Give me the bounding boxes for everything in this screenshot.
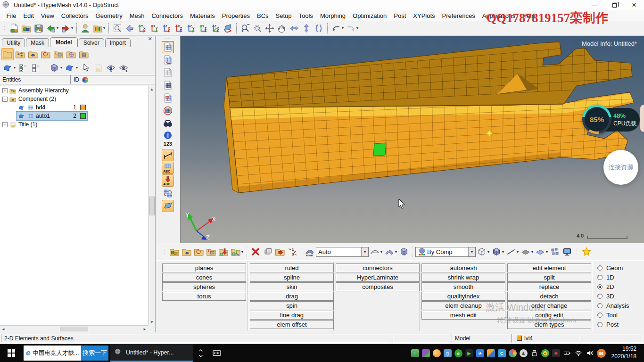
tray-transfer-icon[interactable]: C bbox=[498, 349, 506, 357]
chevron-up-icon[interactable] bbox=[198, 347, 204, 353]
panel-button[interactable]: automesh bbox=[421, 263, 505, 272]
page-radio[interactable]: Analysis bbox=[597, 301, 629, 310]
panel-button[interactable]: detach bbox=[507, 292, 591, 301]
fit-view-icon[interactable] bbox=[111, 22, 124, 34]
spherical-clip-icon[interactable] bbox=[162, 105, 174, 117]
panel-button[interactable]: HyperLaminate bbox=[336, 273, 420, 282]
menu-item[interactable]: File bbox=[3, 11, 20, 21]
visualization-options-icon[interactable] bbox=[162, 200, 174, 212]
menu-item[interactable]: Edit bbox=[20, 11, 37, 21]
surface-shaded-icon[interactable] bbox=[383, 246, 396, 258]
browser-tab[interactable]: Utility bbox=[2, 38, 25, 47]
isolate-icon[interactable]: 1 bbox=[117, 62, 130, 74]
id-column-header[interactable]: ID bbox=[74, 76, 79, 83]
save-icon[interactable] bbox=[33, 22, 45, 34]
taskbar-clock[interactable]: 19:52 2020/1/18 bbox=[609, 346, 641, 360]
tree-uncheck-icon[interactable] bbox=[30, 62, 42, 74]
tree-row-title[interactable]: + Title (1) bbox=[0, 120, 148, 129]
tree-row-assembly[interactable]: + Assembly Hierarchy bbox=[0, 86, 148, 95]
menu-item[interactable]: Materials bbox=[186, 11, 218, 21]
restore-button[interactable] bbox=[604, 0, 624, 10]
tray-cluster-icon[interactable]: ❖ bbox=[552, 349, 560, 357]
temperature-badge[interactable]: 86 bbox=[597, 349, 606, 358]
tray-360-icon[interactable] bbox=[433, 349, 441, 357]
find-icon[interactable] bbox=[162, 117, 174, 130]
panel-button[interactable]: spin bbox=[250, 301, 334, 310]
lvl4-color-swatch[interactable] bbox=[80, 105, 86, 110]
taskbar-scroll-chevrons[interactable] bbox=[198, 347, 204, 359]
page-radio[interactable]: Tool bbox=[597, 310, 629, 320]
tree-check-icon[interactable] bbox=[17, 62, 29, 74]
taskbar-hypermesh-task[interactable]: Untitled* - Hyper... bbox=[110, 344, 193, 362]
view-xy-icon[interactable]: YX bbox=[136, 22, 148, 34]
shaded-view-icon[interactable] bbox=[222, 22, 234, 34]
feature-lines-icon[interactable] bbox=[505, 246, 517, 258]
view-zy-icon[interactable]: ZY bbox=[185, 22, 197, 34]
tree-row-component-group[interactable]: − Component (2) bbox=[0, 95, 148, 103]
cpu-monitor-widget[interactable]: 48% CPU负载 85% bbox=[582, 105, 640, 135]
component-flag-icon[interactable] bbox=[64, 62, 76, 74]
component-view-icon[interactable] bbox=[1, 62, 14, 74]
menu-item[interactable]: BCs bbox=[253, 11, 272, 21]
color-wheel-icon[interactable] bbox=[82, 77, 88, 83]
panel-button[interactable]: spheres bbox=[162, 282, 246, 291]
view-yx-icon[interactable]: XY bbox=[148, 22, 160, 34]
panel-button[interactable]: order change bbox=[507, 301, 591, 310]
menu-item[interactable]: Help bbox=[519, 11, 538, 21]
geometry-color-mode-icon[interactable] bbox=[304, 246, 316, 258]
tray-media-icon[interactable] bbox=[487, 349, 495, 357]
menu-item[interactable]: XYPlots bbox=[410, 11, 438, 21]
view-yz-icon[interactable]: YZ bbox=[197, 22, 209, 34]
element-cube-icon[interactable] bbox=[48, 62, 60, 74]
element-shaded-icon[interactable] bbox=[490, 246, 503, 258]
solid-shaded-icon[interactable] bbox=[398, 246, 410, 258]
panel-button[interactable]: elem types bbox=[507, 320, 591, 329]
page-radio[interactable]: 2D bbox=[597, 282, 629, 291]
menu-item[interactable]: Tools bbox=[295, 11, 316, 21]
browser-tab[interactable]: Model bbox=[50, 37, 78, 47]
graphics-viewport[interactable]: Model Info: Untitled* Y X Z 40 48% CPU负载… bbox=[180, 36, 644, 243]
shaded-elements-icon[interactable] bbox=[162, 54, 174, 66]
menu-item[interactable]: Optimization bbox=[349, 11, 390, 21]
start-button[interactable] bbox=[0, 344, 23, 362]
stack-folder-icon[interactable] bbox=[78, 48, 90, 60]
panel-button[interactable]: elem cleanup bbox=[421, 301, 505, 310]
panel-button[interactable]: connectors bbox=[336, 263, 420, 272]
panel-button[interactable]: edit element bbox=[507, 263, 591, 272]
panel-button[interactable]: elem offset bbox=[250, 320, 334, 329]
thickness-folder-icon[interactable]: t bbox=[52, 48, 65, 60]
menu-item[interactable]: Morphing bbox=[316, 11, 349, 21]
view-iso-icon[interactable]: ZX bbox=[209, 22, 222, 34]
geometry-color-combo[interactable]: Auto▾ bbox=[316, 247, 369, 257]
edge-overlay-tab[interactable] bbox=[640, 105, 644, 132]
review-folder-icon[interactable] bbox=[40, 48, 52, 60]
status-field-component[interactable]: lvl4 bbox=[512, 334, 579, 343]
panel-button[interactable]: spline bbox=[250, 273, 334, 282]
tray-devtool-icon[interactable] bbox=[509, 349, 517, 357]
load-labels-icon[interactable]: ABC bbox=[162, 174, 174, 187]
renumber-icon[interactable]: 123 bbox=[286, 246, 298, 258]
menu-item[interactable]: Geometry bbox=[92, 11, 126, 21]
scroll-left-icon[interactable]: ◄ bbox=[1, 327, 5, 331]
numbers-icon[interactable]: 123 bbox=[164, 141, 172, 148]
tree-row-lvl4[interactable]: lvl4 1 bbox=[0, 103, 148, 112]
component-folder-icon[interactable] bbox=[27, 48, 39, 60]
tray-usb-drive-icon[interactable] bbox=[530, 349, 538, 357]
systems-display-icon[interactable] bbox=[230, 246, 242, 258]
wireframe-geometry-icon[interactable] bbox=[162, 66, 174, 79]
scroll-right-icon[interactable]: ► bbox=[143, 327, 147, 331]
favorites-icon[interactable] bbox=[580, 246, 593, 258]
close-button[interactable]: × bbox=[624, 0, 644, 10]
translate-v-icon[interactable] bbox=[300, 22, 313, 34]
touch-keyboard-icon[interactable] bbox=[211, 347, 223, 359]
view-xz-icon[interactable]: XZ bbox=[173, 22, 185, 34]
panel-button[interactable]: line drag bbox=[250, 311, 334, 320]
tree-vertical-scrollbar[interactable]: ▲ ▼ bbox=[148, 86, 155, 325]
scroll-up-icon[interactable]: ▲ bbox=[150, 87, 154, 91]
tray-plugin-icon[interactable] bbox=[422, 349, 430, 357]
thickness-display-icon[interactable]: t bbox=[205, 246, 217, 258]
entity-create-icon[interactable] bbox=[168, 246, 181, 258]
element-labels-icon[interactable]: ABC bbox=[162, 162, 174, 174]
card-layers-icon[interactable] bbox=[262, 246, 274, 258]
menu-item[interactable]: Preferences bbox=[438, 11, 479, 21]
